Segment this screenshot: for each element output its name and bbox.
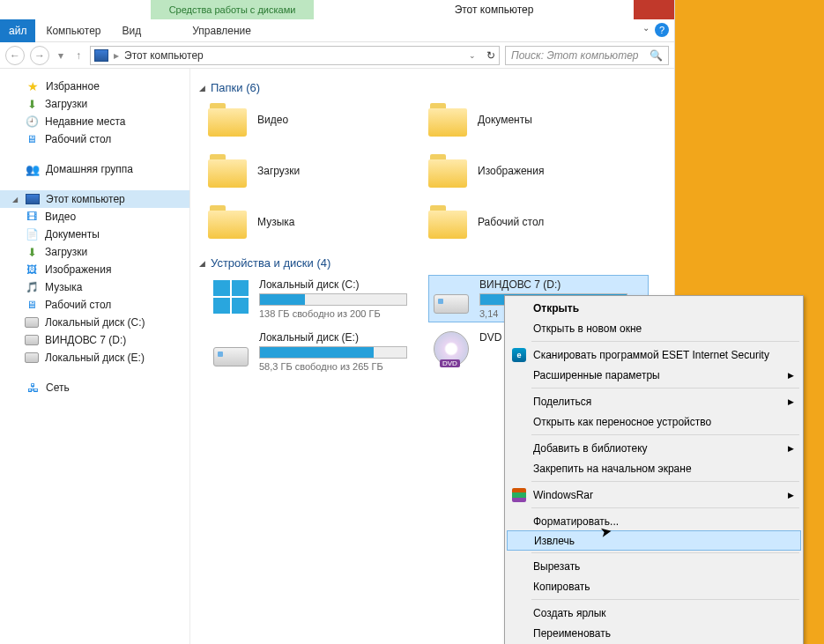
- hdd-icon: [432, 278, 471, 314]
- navigation-pane: ★Избранное ⬇Загрузки 🕘Недавние места 🖥Ра…: [0, 69, 190, 644]
- drive-icon: [25, 317, 39, 328]
- ribbon-collapse-icon[interactable]: ⌄: [642, 23, 650, 33]
- network-icon: 🖧: [26, 381, 40, 395]
- folder-icon: [208, 205, 247, 239]
- sidebar-item-video[interactable]: 🎞Видео: [0, 208, 189, 226]
- contextual-tab-drive-tools[interactable]: Средства работы с дисками: [151, 0, 314, 19]
- ctx-eject[interactable]: Извлечь: [507, 530, 801, 551]
- up-button[interactable]: ↑: [72, 46, 85, 65]
- sidebar-favorites[interactable]: ★Избранное: [0, 78, 189, 95]
- star-icon: ★: [26, 79, 40, 93]
- submenu-arrow-icon: ▶: [788, 397, 794, 406]
- tab-view[interactable]: Вид: [112, 19, 152, 42]
- ctx-copy[interactable]: Копировать: [507, 576, 801, 596]
- folder-music[interactable]: Музыка: [208, 202, 428, 242]
- sidebar-item-recent[interactable]: 🕘Недавние места: [0, 113, 189, 130]
- folder-downloads[interactable]: Загрузки: [208, 151, 428, 191]
- title-bar: Средства работы с дисками Этот компьютер: [0, 0, 674, 19]
- breadcrumb-sep-icon: ▸: [114, 49, 119, 62]
- folder-icon: [208, 154, 247, 188]
- usage-bar: [259, 293, 407, 306]
- submenu-arrow-icon: ▶: [788, 371, 794, 380]
- sidebar-item-documents[interactable]: 📄Документы: [0, 226, 189, 243]
- download-icon: ⬇: [25, 97, 39, 111]
- sidebar-homegroup[interactable]: 👥Домашняя группа: [0, 160, 189, 178]
- ctx-portable[interactable]: Открыть как переносное устройство: [507, 411, 801, 432]
- folder-icon: [428, 205, 467, 239]
- music-icon: 🎵: [25, 280, 39, 294]
- ctx-winrar[interactable]: WindowsRar▶: [507, 485, 801, 505]
- folder-desktop[interactable]: Рабочий стол: [428, 202, 649, 242]
- ctx-advanced[interactable]: Расширенные параметры▶: [507, 365, 801, 385]
- tab-computer[interactable]: Компьютер: [35, 19, 111, 42]
- ctx-shortcut[interactable]: Создать ярлык: [507, 603, 801, 623]
- folder-icon: [208, 103, 247, 137]
- recent-icon: 🕘: [25, 115, 39, 129]
- search-placeholder: Поиск: Этот компьютер: [511, 49, 639, 62]
- submenu-arrow-icon: ▶: [788, 444, 794, 453]
- folder-documents[interactable]: Документы: [428, 100, 649, 140]
- hdd-icon: [212, 331, 250, 366]
- recent-locations-button[interactable]: ▾: [55, 46, 67, 65]
- ctx-rename[interactable]: Переименовать: [507, 623, 801, 643]
- help-button[interactable]: ?: [655, 23, 669, 37]
- pictures-icon: 🖼: [25, 263, 39, 277]
- ribbon-tabs: айл Компьютер Вид Управление ⌄ ?: [0, 19, 674, 42]
- breadcrumb-location[interactable]: Этот компьютер: [124, 49, 204, 62]
- section-drives-header[interactable]: ◢Устройства и диски (4): [190, 251, 674, 275]
- pc-icon: [26, 194, 40, 204]
- folder-video[interactable]: Видео: [208, 100, 428, 140]
- ctx-share[interactable]: Поделиться▶: [507, 391, 801, 411]
- eset-icon: e: [511, 347, 527, 363]
- sidebar-item-desktop[interactable]: 🖥Рабочий стол: [0, 130, 189, 148]
- context-menu: Открыть Открыть в новом окне eСканироват…: [504, 295, 804, 644]
- address-bar-row: ← → ▾ ↑ ▸ Этот компьютер ⌄ ↻ Поиск: Этот…: [0, 42, 674, 69]
- ctx-add-library[interactable]: Добавить в библиотеку▶: [507, 438, 801, 458]
- homegroup-icon: 👥: [26, 162, 40, 176]
- address-dropdown-icon[interactable]: ⌄: [469, 51, 476, 60]
- folder-pictures[interactable]: Изображения: [428, 151, 649, 191]
- drive-c[interactable]: Локальный диск (C:) 138 ГБ свободно из 2…: [208, 275, 428, 322]
- sidebar-item-downloads[interactable]: ⬇Загрузки: [0, 95, 189, 113]
- ctx-format[interactable]: Форматировать...: [507, 511, 801, 531]
- sidebar-this-pc[interactable]: ◢Этот компьютер: [0, 190, 189, 208]
- back-button[interactable]: ←: [5, 46, 25, 65]
- winrar-icon: [511, 487, 527, 503]
- ctx-pin-start[interactable]: Закрепить на начальном экране: [507, 458, 801, 478]
- ctx-open[interactable]: Открыть: [507, 298, 801, 318]
- close-button[interactable]: [634, 0, 674, 19]
- collapse-icon: ◢: [199, 259, 205, 268]
- search-input[interactable]: Поиск: Этот компьютер 🔍: [505, 46, 669, 65]
- tab-manage[interactable]: Управление: [182, 19, 262, 42]
- forward-button[interactable]: →: [30, 46, 49, 65]
- window-title: Этот компьютер: [314, 0, 674, 19]
- sidebar-item-drive-d[interactable]: ВИНДОВС 7 (D:): [0, 331, 189, 349]
- sidebar-item-music[interactable]: 🎵Музыка: [0, 278, 189, 296]
- tab-file[interactable]: айл: [0, 19, 35, 42]
- sidebar-item-drive-e[interactable]: Локальный диск (E:): [0, 349, 189, 366]
- ctx-open-new-window[interactable]: Открыть в новом окне: [507, 318, 801, 338]
- sidebar-item-downloads2[interactable]: ⬇Загрузки: [0, 243, 189, 261]
- search-icon[interactable]: 🔍: [650, 49, 663, 62]
- download-icon: ⬇: [25, 245, 39, 259]
- folder-icon: [428, 103, 467, 137]
- pc-icon: [94, 49, 108, 62]
- document-icon: 📄: [25, 227, 39, 241]
- video-icon: 🎞: [25, 210, 39, 224]
- section-folders-header[interactable]: ◢Папки (6): [190, 76, 674, 100]
- sidebar-network[interactable]: 🖧Сеть: [0, 379, 189, 396]
- desktop-icon: 🖥: [25, 298, 39, 312]
- refresh-button[interactable]: ↻: [486, 49, 495, 62]
- ctx-cut[interactable]: Вырезать: [507, 556, 801, 576]
- folder-icon: [428, 154, 467, 188]
- sidebar-item-drive-c[interactable]: Локальный диск (C:): [0, 314, 189, 331]
- sidebar-item-desktop2[interactable]: 🖥Рабочий стол: [0, 296, 189, 314]
- dvd-icon: DVD: [432, 331, 471, 366]
- sidebar-item-pictures[interactable]: 🖼Изображения: [0, 261, 189, 278]
- address-bar[interactable]: ▸ Этот компьютер ⌄ ↻: [90, 46, 500, 65]
- desktop-icon: 🖥: [25, 132, 39, 146]
- drive-icon: [25, 352, 39, 363]
- collapse-icon: ◢: [199, 84, 205, 93]
- ctx-eset-scan[interactable]: eСканировать программой ESET Internet Se…: [507, 344, 801, 365]
- drive-e[interactable]: Локальный диск (E:) 58,3 ГБ свободно из …: [208, 328, 428, 375]
